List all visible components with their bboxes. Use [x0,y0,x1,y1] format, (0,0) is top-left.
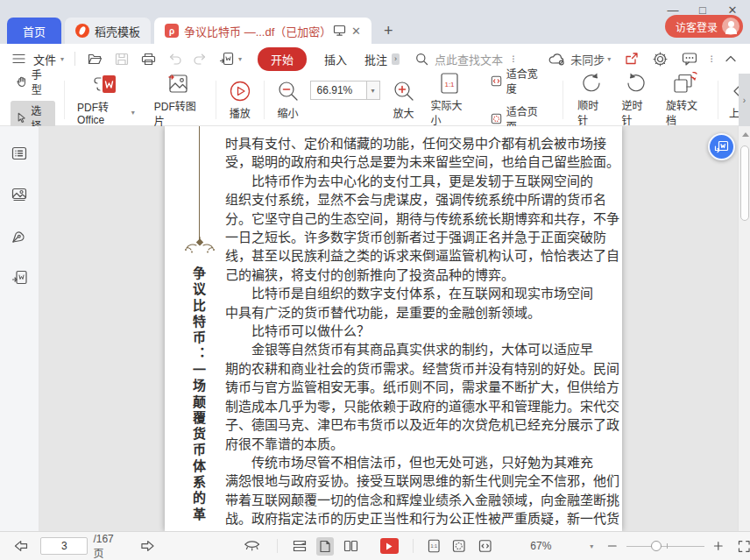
left-sidebar [0,126,39,531]
tab-insert[interactable]: 插入 [324,51,347,67]
main-area: 争议比特币：一场颠覆货币体系的革 时具有支付、定价和储藏的功能，任何交易中介都有… [0,126,750,531]
fit-page-status-icon[interactable] [452,539,465,553]
text-line: 分。它坚守自己的生态空间，期待与传统系统长期博弈和共存，不争 [225,209,621,228]
text-line: 比特币可以做什么？ [225,322,621,340]
play-button[interactable]: 播放 [229,80,251,120]
rotate-counterclockwise-button[interactable]: 逆时针 [622,72,650,127]
zoom-plus-icon[interactable] [713,541,724,551]
fullscreen-icon[interactable] [738,540,750,553]
redo-icon[interactable] [193,53,207,65]
more-options-icon[interactable]: ⁝ [710,53,713,64]
share-icon[interactable] [625,52,639,66]
toolbar-expand-chevron-icon[interactable]: › [739,74,750,126]
zoom-out-button[interactable]: 缩小 [277,80,300,120]
actual-size-icon: 1:1 [439,72,460,95]
fit-width-icon [491,74,502,88]
eye-protection-icon[interactable] [244,540,260,552]
feedback-comment-icon[interactable] [682,52,697,66]
file-menu-chevron-icon[interactable]: ▾ [60,55,64,63]
zoom-level-value: 66.91% [311,84,366,96]
search-more-icon[interactable]: ⁝ [512,53,515,64]
collapse-toolbar-chevron-icon[interactable] [725,55,736,62]
guest-login-button[interactable]: 访客登录 [665,15,743,38]
outline-panel-button[interactable] [8,142,31,165]
tab-home[interactable]: 首页 [7,18,61,44]
pdf-to-word-floating-button[interactable] [708,133,735,160]
zoom-in-label: 放大 [393,105,414,120]
zoom-slider-track[interactable] [626,546,704,548]
sync-status-label[interactable]: 未同步 [570,51,605,67]
vertical-scrollbar[interactable] [738,126,750,531]
sync-chevron-icon[interactable]: ▾ [607,55,611,63]
previous-page-icon[interactable] [14,539,28,553]
pdf-to-office-button[interactable]: PDF转Office▾ [77,73,135,126]
new-tab-button[interactable]: + [375,18,402,44]
single-page-view-button[interactable] [316,537,334,556]
cloud-unsynced-icon[interactable] [548,53,566,66]
zoom-slider-knob[interactable] [651,541,662,551]
document-viewport[interactable]: 争议比特币：一场颠覆货币体系的革 时具有支付、定价和储藏的功能，任何交易中介都有… [39,126,750,531]
rotate-document-button[interactable]: 旋转文档 [666,72,704,127]
open-file-icon[interactable] [88,53,103,66]
avatar [722,18,739,35]
export-dropdown-chevron-icon[interactable]: ▾ [238,55,242,63]
fit-width-status-icon[interactable] [478,539,492,553]
sign-panel-button[interactable] [8,224,31,247]
title-hang-line [199,126,200,242]
print-icon[interactable] [141,53,156,66]
hamburger-icon[interactable] [12,53,26,65]
zoom-slider-tick [667,543,669,549]
tab-document[interactable]: ρ 争议比特币 —...df（已加密） ✕ [154,18,371,44]
zoom-level-input[interactable]: 66.91% ▾ [310,81,380,100]
close-tab-icon[interactable]: ✕ [351,25,361,38]
scrollbar-thumb[interactable] [740,145,749,221]
play-icon [229,80,251,103]
hand-tool-button[interactable]: 手型 [11,65,55,98]
zoom-slider[interactable] [626,541,704,551]
save-icon[interactable] [115,53,129,66]
pdf-to-image-button[interactable]: PDF转图片 [154,72,202,128]
tab-home-label: 首页 [23,23,46,39]
text-line: 比特币作为去中心化的支付工具，更是发轫于互联网空间的 [225,172,621,190]
pdf-to-office-icon [93,73,119,96]
zoom-level-spinner-icon[interactable]: ▾ [366,82,379,99]
reading-view-button[interactable] [290,537,309,555]
toolbar: 手型 选择 PDF转Office▾ PDF转图片 播放 [0,74,750,126]
search-icon[interactable] [415,53,428,66]
text-line: 制造成本几乎为零，只能依赖于政府的道德水平和管理能力。宋代交 [225,397,621,415]
tab-docer-templates[interactable]: 稻壳模板 [65,18,151,44]
text-line: 府很不靠谱的本质。 [225,435,621,453]
text-line: 己的褊狭，将支付的创新推向了投资品种的博弈。 [225,266,621,284]
export-word-icon[interactable] [219,52,235,66]
actual-size-status-icon[interactable]: 1:1 [428,539,441,553]
zoom-dropdown-chevron-icon[interactable]: ▾ [590,542,593,550]
scrollbar-up-arrow-icon[interactable] [742,132,749,137]
play-triangle-icon [386,542,393,550]
fit-width-button[interactable]: 适合宽度 [485,64,549,97]
actual-size-button[interactable]: 1:1 实际大小 [431,72,469,127]
guest-login-label: 访客登录 [676,19,718,34]
page-number-input[interactable] [40,537,88,555]
rotate-clockwise-button[interactable]: 顺时针 [577,72,605,127]
text-line: 战。政府指定法币的历史正当性和行为公正性被严重质疑，新一代货 [225,509,621,528]
zoom-minus-icon[interactable] [607,541,618,551]
zoom-percent-label: 67% [530,540,551,552]
undo-icon[interactable] [168,53,182,65]
play-slideshow-button[interactable] [380,538,399,554]
present-monitor-icon[interactable] [333,25,346,37]
two-page-view-button[interactable] [341,537,361,555]
ribbon-expand-chevron-icon[interactable]: › [392,53,400,65]
export-word-panel-button[interactable] [8,266,31,288]
tab-comment[interactable]: 批注 [364,51,387,67]
thumbnails-panel-button[interactable] [8,183,31,206]
text-line: 线，甚至以民族利益之类的诉求来倒逼监管机构认可，恰恰表达了自 [225,246,621,265]
title-ornament-icon [183,237,216,254]
image-icon [11,188,27,202]
menu-bar: 文件 ▾ ▾ 开始 插入 批注 › 点此查找文本 ⁝ 未同步 ▾ [0,44,750,74]
tab-start[interactable]: 开始 [258,47,307,71]
zoom-in-button[interactable]: 放大 [393,80,415,120]
settings-gear-icon[interactable] [653,52,668,67]
next-page-icon[interactable] [140,539,154,553]
text-line: 满怨恨地与政府妥协。接受互联网思维的新生代则完全不信邪，他们 [225,471,621,490]
rotate-document-icon [672,72,698,95]
